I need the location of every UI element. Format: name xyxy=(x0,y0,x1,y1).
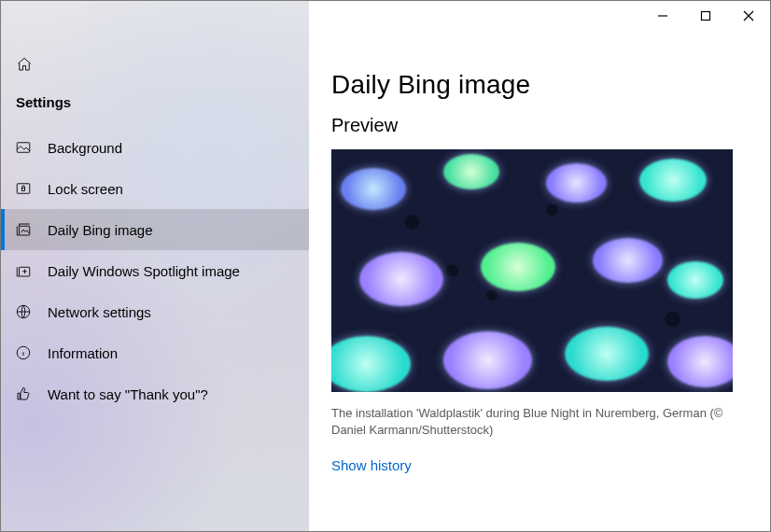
titlebar xyxy=(641,1,770,31)
globe-icon xyxy=(14,302,33,321)
show-history-link[interactable]: Show history xyxy=(331,457,412,473)
preview-flower xyxy=(593,238,663,283)
sidebar-item-label: Network settings xyxy=(48,304,151,320)
info-icon xyxy=(14,343,33,362)
close-icon xyxy=(743,10,754,21)
preview-flower xyxy=(341,168,406,210)
maximize-button[interactable] xyxy=(684,1,727,31)
close-button[interactable] xyxy=(727,1,770,31)
section-title: Preview xyxy=(331,115,748,136)
home-icon xyxy=(16,56,33,76)
preview-flower xyxy=(667,336,733,387)
thumbs-up-icon xyxy=(14,385,33,403)
sidebar-item-network[interactable]: Network settings xyxy=(1,291,309,332)
gallery-plus-icon xyxy=(14,261,33,280)
lock-screen-icon xyxy=(14,179,33,198)
preview-flower xyxy=(546,163,607,203)
preview-image xyxy=(331,149,733,392)
svg-rect-7 xyxy=(702,12,710,21)
sidebar-item-daily-bing[interactable]: Daily Bing image xyxy=(1,209,309,250)
preview-flower xyxy=(667,261,723,299)
home-button[interactable] xyxy=(14,55,35,76)
sidebar-item-thanks[interactable]: Want to say "Thank you"? xyxy=(1,373,309,414)
preview-flower xyxy=(443,331,532,389)
sidebar-item-information[interactable]: Information xyxy=(1,332,309,373)
preview-flower xyxy=(359,252,443,306)
main-pane: Daily Bing image Preview The installatio… xyxy=(309,1,770,531)
sidebar-nav: Background Lock screen Daily Bing image … xyxy=(1,127,309,414)
sidebar-item-label: Information xyxy=(48,345,118,361)
sidebar-item-label: Lock screen xyxy=(48,181,123,197)
sidebar-item-label: Daily Bing image xyxy=(48,222,153,238)
preview-caption: The installation 'Waldplastik' during Bl… xyxy=(331,405,733,439)
app-window: Settings Background Lock screen Daily Bi… xyxy=(0,0,771,532)
page-title: Daily Bing image xyxy=(331,70,748,100)
preview-flower xyxy=(481,243,555,291)
preview-flower xyxy=(639,159,707,202)
minimize-icon xyxy=(657,10,668,21)
preview-flower xyxy=(443,154,499,189)
preview-flower xyxy=(565,327,649,381)
sidebar-item-label: Want to say "Thank you"? xyxy=(48,386,208,402)
sidebar-header: Settings xyxy=(1,87,309,127)
sidebar-item-label: Daily Windows Spotlight image xyxy=(48,263,240,279)
svg-rect-1 xyxy=(17,184,30,194)
sidebar-item-label: Background xyxy=(48,140,122,156)
sidebar-item-spotlight[interactable]: Daily Windows Spotlight image xyxy=(1,250,309,291)
sidebar-item-lock-screen[interactable]: Lock screen xyxy=(1,168,309,209)
minimize-button[interactable] xyxy=(641,1,684,31)
image-icon xyxy=(14,138,33,157)
maximize-icon xyxy=(700,10,711,21)
svg-rect-2 xyxy=(22,188,25,190)
gallery-icon xyxy=(14,220,33,239)
sidebar: Settings Background Lock screen Daily Bi… xyxy=(1,1,309,531)
sidebar-item-background[interactable]: Background xyxy=(1,127,309,168)
